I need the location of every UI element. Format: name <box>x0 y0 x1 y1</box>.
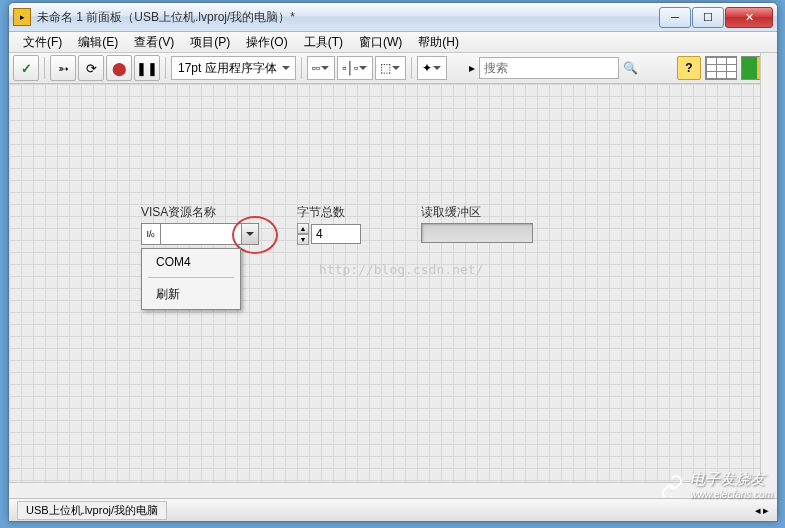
horizontal-scrollbar[interactable] <box>9 482 761 499</box>
menubar: 文件(F) 编辑(E) 查看(V) 项目(P) 操作(O) 工具(T) 窗口(W… <box>9 32 777 53</box>
menu-view[interactable]: 查看(V) <box>126 34 182 51</box>
toolbar: ✓ ➳ ⟳ ⬤ ❚❚ 17pt 应用程序字体 ▫▫ ▫│▫ ⬚ ✦ ▸ 🔍 ? <box>9 53 777 84</box>
menu-operate[interactable]: 操作(O) <box>238 34 295 51</box>
magnify-icon[interactable]: 🔍 <box>623 61 638 75</box>
search-icon: ▸ <box>469 61 475 75</box>
statusbar: USB上位机.lvproj/我的电脑 ◂ ▸ <box>9 498 777 521</box>
resize-dropdown[interactable]: ⬚ <box>375 56 406 80</box>
read-buffer-control: 读取缓冲区 <box>421 204 533 243</box>
status-path: USB上位机.lvproj/我的电脑 <box>17 501 167 520</box>
distribute-dropdown[interactable]: ▫│▫ <box>337 56 373 80</box>
byte-count-control: 字节总数 ▲ ▼ 4 <box>297 204 361 245</box>
visa-resource-control: VISA资源名称 I/₀ <box>141 204 259 245</box>
watermark-url: http://blog.csdn.net/ <box>319 262 483 277</box>
menu-help[interactable]: 帮助(H) <box>410 34 467 51</box>
pause-button[interactable]: ❚❚ <box>134 55 160 81</box>
reorder-dropdown[interactable]: ✦ <box>417 56 447 80</box>
dropdown-separator <box>148 277 234 278</box>
menu-edit[interactable]: 编辑(E) <box>70 34 126 51</box>
close-button[interactable]: ✕ <box>725 7 773 28</box>
visa-dropdown-menu: COM4 刷新 <box>141 248 241 310</box>
bytes-field[interactable]: 4 <box>311 224 361 244</box>
right-arrow-icon[interactable]: ▸ <box>763 504 769 517</box>
search-input[interactable] <box>479 57 619 79</box>
dropdown-item-com4[interactable]: COM4 <box>142 249 240 275</box>
font-selector[interactable]: 17pt 应用程序字体 <box>171 56 296 80</box>
menu-file[interactable]: 文件(F) <box>15 34 70 51</box>
align-dropdown[interactable]: ▫▫ <box>307 56 336 80</box>
abort-button[interactable]: ⬤ <box>106 55 132 81</box>
decrement-button[interactable]: ▼ <box>297 234 309 245</box>
maximize-button[interactable]: ☐ <box>692 7 724 28</box>
left-arrow-icon[interactable]: ◂ <box>755 504 761 517</box>
dropdown-item-refresh[interactable]: 刷新 <box>142 280 240 309</box>
vertical-scrollbar[interactable] <box>760 53 777 499</box>
visa-field[interactable] <box>161 223 242 245</box>
visa-io-icon: I/₀ <box>141 223 161 245</box>
front-panel[interactable]: VISA资源名称 I/₀ COM4 刷新 字节总数 ▲ ▼ 4 <box>9 84 777 514</box>
help-button[interactable]: ? <box>677 56 701 80</box>
increment-button[interactable]: ▲ <box>297 223 309 234</box>
menu-window[interactable]: 窗口(W) <box>351 34 410 51</box>
labview-icon: ▸ <box>13 8 31 26</box>
run-button[interactable]: ➳ <box>50 55 76 81</box>
idle-button[interactable]: ✓ <box>13 55 39 81</box>
titlebar[interactable]: ▸ 未命名 1 前面板（USB上位机.lvproj/我的电脑）* ─ ☐ ✕ <box>9 3 777 32</box>
app-window: ▸ 未命名 1 前面板（USB上位机.lvproj/我的电脑）* ─ ☐ ✕ 文… <box>8 2 778 522</box>
bytes-label: 字节总数 <box>297 204 361 221</box>
minimize-button[interactable]: ─ <box>659 7 691 28</box>
menu-project[interactable]: 项目(P) <box>182 34 238 51</box>
menu-tools[interactable]: 工具(T) <box>296 34 351 51</box>
window-title: 未命名 1 前面板（USB上位机.lvproj/我的电脑）* <box>37 9 659 26</box>
bytes-spinner: ▲ ▼ <box>297 223 309 245</box>
grid-icon[interactable] <box>705 56 737 80</box>
run-continuous-button[interactable]: ⟳ <box>78 55 104 81</box>
buffer-label: 读取缓冲区 <box>421 204 533 221</box>
visa-label: VISA资源名称 <box>141 204 259 221</box>
visa-dropdown-button[interactable] <box>242 223 259 245</box>
buffer-field <box>421 223 533 243</box>
